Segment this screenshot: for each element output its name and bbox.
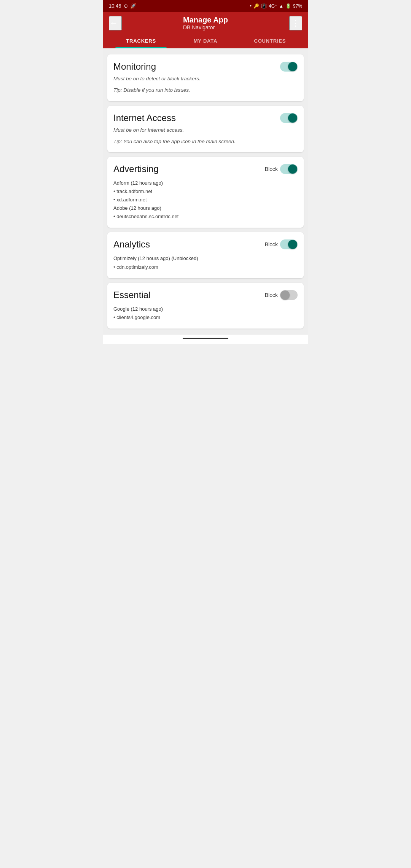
time: 10:46 (109, 3, 121, 9)
card-title-analytics: Analytics (113, 239, 150, 250)
toggle-wrapper-analytics: Block (265, 239, 298, 249)
toggle-essential[interactable] (280, 290, 298, 300)
rocket-icon: 🚀 (130, 3, 136, 9)
card-internet-access: Internet AccessMust be on for Internet a… (107, 106, 304, 153)
nav-pill (183, 338, 228, 339)
card-title-monitoring: Monitoring (113, 61, 156, 72)
app-bar: ← Manage App DB Navigator ⋮ TRACKERS MY … (103, 12, 308, 48)
card-header-monitoring: Monitoring (113, 61, 298, 72)
network-icon: ▲ (279, 3, 284, 9)
block-label-advertising: Block (265, 166, 278, 172)
content-area: MonitoringMust be on to detect or block … (103, 48, 308, 335)
tracker-name: Google (12 hours ago) (113, 305, 298, 313)
dot-icon: • (250, 3, 252, 9)
tracker-host: • xd.adform.net (113, 196, 298, 204)
card-desc-internet-access: Must be on for Internet access. (113, 126, 298, 134)
block-label-essential: Block (265, 292, 278, 298)
tracker-details-analytics: Optimizely (12 hours ago) (Unblocked)• c… (113, 254, 298, 271)
block-label-analytics: Block (265, 241, 278, 247)
card-analytics: AnalyticsBlockOptimizely (12 hours ago) … (107, 232, 304, 278)
toggle-internet-access[interactable] (280, 113, 298, 123)
tab-countries[interactable]: COUNTRIES (238, 34, 302, 48)
card-advertising: AdvertisingBlockAdform (12 hours ago)• t… (107, 157, 304, 228)
toggle-advertising[interactable] (280, 164, 298, 174)
tracker-host: • cdn.optimizely.com (113, 263, 298, 271)
card-header-advertising: AdvertisingBlock (113, 164, 298, 174)
tab-trackers[interactable]: TRACKERS (109, 34, 173, 48)
tab-mydata[interactable]: MY DATA (173, 34, 237, 48)
card-tip-monitoring: Tip: Disable if you run into issues. (113, 86, 298, 94)
card-header-internet-access: Internet Access (113, 113, 298, 123)
key-icon: 🔑 (253, 3, 259, 9)
status-right: • 🔑 📳 4G⁺ ▲ 🔋 97% (250, 3, 302, 9)
toggle-analytics[interactable] (280, 239, 298, 249)
nav-bar (103, 335, 308, 344)
title-group: Manage App DB Navigator (183, 16, 228, 30)
card-monitoring: MonitoringMust be on to detect or block … (107, 54, 304, 101)
card-desc-monitoring: Must be on to detect or block trackers. (113, 75, 298, 83)
tracker-host: • track.adform.net (113, 187, 298, 196)
toggle-monitoring[interactable] (280, 62, 298, 72)
tracker-name: Adobe (12 hours ago) (113, 204, 298, 212)
tracker-details-essential: Google (12 hours ago)• clients4.google.c… (113, 305, 298, 322)
tracker-host: • clients4.google.com (113, 313, 298, 322)
toggle-wrapper-monitoring (280, 62, 298, 72)
app-subtitle: DB Navigator (183, 24, 228, 30)
more-options-button[interactable]: ⋮ (289, 16, 302, 30)
card-title-internet-access: Internet Access (113, 113, 176, 123)
card-header-analytics: AnalyticsBlock (113, 239, 298, 250)
signal-icon: 4G⁺ (269, 3, 277, 9)
tracker-name: Optimizely (12 hours ago) (Unblocked) (113, 254, 298, 263)
back-button[interactable]: ← (109, 16, 122, 30)
toggle-wrapper-advertising: Block (265, 164, 298, 174)
toggle-wrapper-internet-access (280, 113, 298, 123)
card-tip-internet-access: Tip: You can also tap the app icon in th… (113, 138, 298, 145)
battery-icon: 🔋 (285, 3, 291, 9)
tab-bar: TRACKERS MY DATA COUNTRIES (109, 34, 302, 48)
tracker-host: • deutschebahn.sc.omtrdc.net (113, 212, 298, 221)
card-title-essential: Essential (113, 290, 150, 300)
battery-percent: 97% (293, 3, 302, 9)
card-essential: EssentialBlockGoogle (12 hours ago)• cli… (107, 283, 304, 329)
toggle-wrapper-essential: Block (265, 290, 298, 300)
card-title-advertising: Advertising (113, 164, 159, 174)
app-title: Manage App (183, 16, 228, 24)
tracker-name: Adform (12 hours ago) (113, 179, 298, 187)
world-icon: ⊙ (124, 3, 128, 9)
status-left: 10:46 ⊙ 🚀 (109, 3, 136, 9)
status-bar: 10:46 ⊙ 🚀 • 🔑 📳 4G⁺ ▲ 🔋 97% (103, 0, 308, 12)
card-header-essential: EssentialBlock (113, 290, 298, 300)
tracker-details-advertising: Adform (12 hours ago)• track.adform.net•… (113, 179, 298, 221)
vibrate-icon: 📳 (261, 3, 267, 9)
